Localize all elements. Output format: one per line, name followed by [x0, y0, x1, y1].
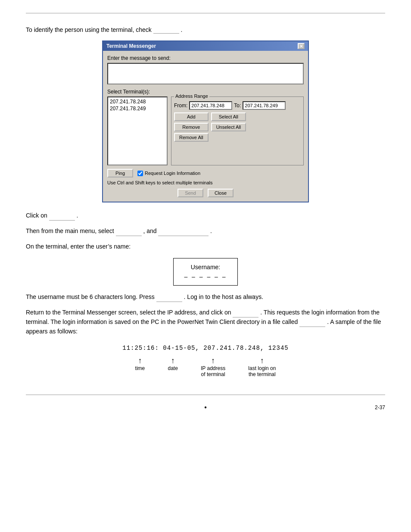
page-footer: • 2-37: [26, 404, 385, 411]
return-to-section: Return to the Terminal Messenger screen,…: [26, 308, 385, 336]
btn-col-left: Add Remove Remove All: [174, 112, 209, 142]
send-button[interactable]: Send: [177, 189, 203, 197]
return-to-text: Return to the Terminal Messenger screen,…: [26, 309, 231, 316]
arrow-ip-up: ↑: [211, 357, 215, 364]
return-to-placeholder2: [299, 317, 325, 327]
on-terminal-section: On the terminal, enter the user’s name:: [26, 242, 385, 251]
intro-text-start: To identify the person using the termina…: [26, 26, 152, 33]
request-login-checkbox[interactable]: [137, 171, 143, 176]
username-must-text: The username must be 6 characters long. …: [26, 293, 155, 300]
addr-range-row: From: To:: [174, 101, 301, 110]
page-number: 2-37: [207, 404, 385, 411]
ctrl-shift-text: Use Ctrl and Shift keys to select multip…: [107, 180, 304, 185]
ping-button[interactable]: Ping: [107, 169, 133, 177]
message-textarea[interactable]: [107, 63, 304, 84]
intro-text-end: .: [181, 26, 183, 33]
username-must-end: . Log in to the host as always.: [184, 293, 263, 300]
intro-placeholder: [153, 26, 179, 34]
dialog-close-button[interactable]: ✕: [298, 43, 305, 49]
username-box: Username: – – – – – –: [173, 258, 237, 286]
then-from-section: Then from the main menu, select , and .: [26, 227, 385, 236]
arrow-ip-label: IP addressof terminal: [201, 365, 225, 377]
close-dialog-button[interactable]: Close: [208, 189, 234, 197]
arrow-ip: ↑ IP addressof terminal: [201, 357, 225, 377]
arrow-time-up: ↑: [138, 357, 142, 364]
arrow-date-up: ↑: [171, 357, 175, 364]
click-on-section: Click on .: [26, 211, 385, 221]
from-input[interactable]: [189, 101, 232, 110]
terminal-list-item[interactable]: 207.241.78.248: [109, 98, 166, 105]
select-all-button[interactable]: Select All: [211, 112, 246, 121]
add-button[interactable]: Add: [174, 112, 209, 121]
dialog-titlebar: Terminal Messenger ✕: [103, 41, 308, 51]
dialog-body: Enter the message to send: Select Termin…: [103, 51, 308, 202]
username-press-placeholder: [156, 292, 182, 302]
arrow-date: ↑ date: [168, 357, 177, 377]
click-on-placeholder: [49, 211, 75, 221]
sample-data-wrapper: 11:25:16: 04-15-05, 207.241.78.248, 1234…: [26, 345, 385, 377]
request-login-label: Request Login Information: [145, 171, 200, 176]
then-from-end: .: [210, 227, 212, 234]
arrow-login-label: last login onthe terminal: [248, 365, 276, 377]
click-on-end: .: [77, 212, 78, 219]
then-from-placeholder1: [116, 227, 142, 236]
username-dashes: – – – – – –: [184, 273, 227, 280]
arrow-time-label: time: [135, 365, 145, 371]
from-label: From:: [174, 103, 187, 109]
remove-button[interactable]: Remove: [174, 123, 209, 131]
arrow-date-label: date: [168, 365, 177, 371]
sample-data-diagram: 11:25:16: 04-15-05, 207.241.78.248, 1234…: [122, 345, 288, 377]
terminal-list-item[interactable]: 207.241.78.249: [109, 105, 166, 112]
remove-all-button[interactable]: Remove All: [174, 133, 209, 142]
then-from-and: , and: [143, 227, 156, 234]
username-wrapper: Username: – – – – – –: [26, 258, 385, 286]
unselect-all-button[interactable]: Unselect All: [211, 123, 246, 131]
arrow-login-up: ↑: [260, 357, 264, 364]
return-to-placeholder1: [233, 308, 258, 317]
dialog-footer-row: Ping Request Login Information: [107, 169, 304, 177]
dialog-title: Terminal Messenger: [106, 43, 156, 49]
terminal-messenger-dialog: Terminal Messenger ✕ Enter the message t…: [102, 40, 309, 202]
dialog-main-row: 207.241.78.248 207.241.78.249 Address Ra…: [107, 96, 304, 165]
username-must-section: The username must be 6 characters long. …: [26, 292, 385, 302]
username-label: Username:: [184, 264, 227, 271]
top-rule: [26, 13, 385, 13]
arrow-login: ↑ last login onthe terminal: [248, 357, 276, 377]
dialog-wrapper: Terminal Messenger ✕ Enter the message t…: [26, 40, 385, 202]
dialog-action-row: Send Close: [107, 189, 304, 197]
terminal-list[interactable]: 207.241.78.248 207.241.78.249: [107, 96, 168, 165]
data-line: 11:25:16: 04-15-05, 207.241.78.248, 1234…: [122, 345, 288, 352]
arrow-time: ↑ time: [135, 357, 145, 377]
message-label: Enter the message to send:: [107, 55, 304, 61]
then-from-placeholder2: [158, 227, 209, 236]
request-login-row: Request Login Information: [137, 171, 200, 176]
bottom-rule: [26, 395, 385, 395]
btn-col-right: Select All Unselect All: [211, 112, 246, 131]
address-range-legend: Address Range: [174, 93, 209, 99]
click-on-text: Click on: [26, 212, 47, 219]
intro-text: To identify the person using the termina…: [26, 26, 385, 34]
to-input[interactable]: [243, 101, 286, 110]
then-from-text: Then from the main menu, select: [26, 227, 114, 234]
btn-row-1: Add Remove Remove All Select All Unselec…: [174, 112, 301, 142]
on-terminal-text: On the terminal, enter the user’s name:: [26, 243, 131, 250]
arrows-container: ↑ time ↑ date ↑ IP addressof terminal ↑ …: [124, 357, 287, 377]
address-range-group: Address Range From: To: Add Remove Remov: [171, 96, 304, 165]
to-label: To:: [234, 103, 241, 109]
